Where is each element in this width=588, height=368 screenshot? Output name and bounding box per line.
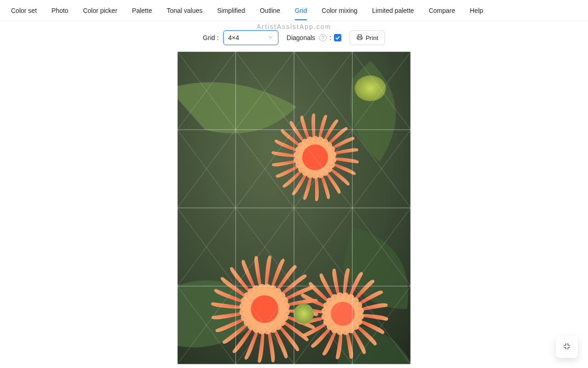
diagonals-checkbox[interactable]: [334, 34, 341, 41]
svg-point-69: [331, 302, 355, 326]
tab-color-set[interactable]: Color set: [4, 1, 44, 20]
main-tabs: Color setPhotoColor pickerPaletteTonal v…: [0, 0, 588, 21]
photo-canvas[interactable]: [177, 52, 411, 364]
diagonals-colon: :: [329, 34, 331, 41]
tab-grid[interactable]: Grid: [288, 1, 314, 20]
print-button[interactable]: Print: [350, 30, 385, 45]
chevron-down-icon: [268, 34, 273, 41]
tab-photo[interactable]: Photo: [44, 1, 76, 20]
tab-simplified[interactable]: Simplified: [210, 1, 253, 20]
diagonals-label: Diagonals: [287, 34, 315, 41]
tab-color-picker[interactable]: Color picker: [76, 1, 125, 20]
tab-color-mixing[interactable]: Color mixing: [314, 1, 365, 20]
svg-point-48: [251, 295, 278, 323]
grid-toolbar: Grid : 4×4 Diagonals ? : Print: [0, 29, 588, 47]
tab-palette[interactable]: Palette: [124, 1, 159, 20]
tab-compare[interactable]: Compare: [421, 1, 463, 20]
svg-point-71: [294, 304, 314, 324]
tab-limited-palette[interactable]: Limited palette: [365, 1, 421, 20]
svg-point-70: [355, 75, 386, 101]
grid-size-select[interactable]: 4×4: [223, 30, 278, 45]
tab-help[interactable]: Help: [463, 1, 491, 20]
grid-select-group: Grid : 4×4: [203, 30, 278, 45]
canvas-container: [0, 52, 588, 364]
diagonals-group: Diagonals ? :: [287, 34, 341, 41]
tab-tonal-values[interactable]: Tonal values: [159, 1, 210, 20]
fullscreen-toggle-button[interactable]: [556, 336, 578, 358]
photo-image: [177, 52, 411, 364]
printer-icon: [356, 34, 363, 42]
compress-icon: [563, 342, 571, 352]
help-icon[interactable]: ?: [319, 34, 327, 41]
grid-size-value: 4×4: [228, 34, 239, 41]
grid-label: Grid :: [203, 34, 219, 41]
svg-point-23: [302, 144, 328, 170]
print-label: Print: [366, 34, 378, 41]
tab-outline[interactable]: Outline: [252, 1, 287, 20]
